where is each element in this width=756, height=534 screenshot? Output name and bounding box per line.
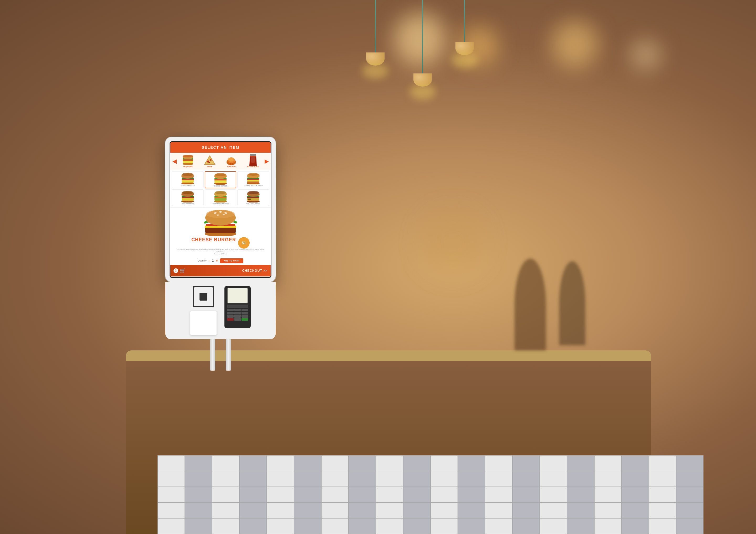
counter-tile [239, 518, 267, 534]
svg-point-24 [182, 173, 194, 176]
counter-tile [267, 471, 294, 487]
key-8[interactable] [234, 315, 241, 318]
category-chicken[interactable]: CHICKEN [222, 155, 240, 167]
counter-tile [649, 455, 676, 471]
pizza-icon [203, 155, 216, 165]
prev-category-button[interactable]: ◀ [172, 158, 177, 165]
counter-tile [212, 502, 239, 518]
key-6[interactable] [241, 312, 248, 315]
hanging-lamp [410, 0, 436, 100]
menu-item-cheese-burger[interactable]: CHEESE BURGER [205, 171, 236, 188]
counter-tile [540, 502, 567, 518]
svg-point-8 [207, 161, 209, 163]
counter-tile [157, 471, 185, 487]
next-category-button[interactable]: ▶ [263, 158, 270, 165]
person-silhouette [515, 259, 546, 350]
counter-tile [157, 487, 185, 502]
key-0[interactable] [234, 318, 241, 321]
counter-tile [485, 502, 512, 518]
key-4[interactable] [227, 312, 234, 315]
menu-item-name: GRILLED BURGER [246, 203, 260, 205]
counter-tile [512, 455, 540, 471]
menu-item-chicken-burger[interactable]: CHICKEN BURGER [172, 171, 204, 188]
counter-tile [185, 471, 212, 487]
menu-item-double-patty[interactable]: DOUBLE PATTY BURGER [237, 171, 269, 188]
key-cancel[interactable] [227, 318, 234, 321]
counter-tile [349, 487, 376, 502]
key-1[interactable] [227, 309, 234, 311]
key-5[interactable] [234, 312, 241, 315]
counter-tile [185, 518, 212, 534]
key-9[interactable] [241, 315, 248, 318]
counter-tile [622, 487, 649, 502]
key-2[interactable] [234, 309, 241, 311]
counter-tile [212, 518, 239, 534]
counter-tile [458, 455, 485, 471]
counter-tile [403, 455, 430, 471]
category-beverages[interactable]: BEVERAGES [244, 155, 262, 167]
counter-tile [294, 471, 321, 487]
menu-item-name: CHEESE BURGER [214, 185, 227, 187]
quantity-section: Quantity - 1 + ADD TO CART [170, 257, 271, 265]
counter-tile [676, 502, 704, 518]
counter-tile [649, 502, 676, 518]
menu-item-name: VEGETARIAN BURGER [212, 203, 229, 205]
counter-tile [676, 518, 704, 534]
stand-pole-left [210, 339, 215, 370]
featured-price: $1 [238, 237, 250, 249]
counter-tile [622, 502, 649, 518]
counter-tile [676, 487, 704, 502]
hanging-lamp [451, 0, 478, 68]
kiosk: SELECT AN ITEM ◀ [165, 137, 276, 370]
counter-tile [376, 471, 403, 487]
svg-point-49 [215, 191, 226, 194]
corner-tl [193, 286, 198, 292]
svg-rect-15 [231, 163, 233, 165]
menu-item-grilled[interactable]: GRILLED BURGER [237, 190, 269, 206]
counter-tile [157, 518, 185, 534]
counter-tile [294, 502, 321, 518]
svg-point-0 [183, 163, 193, 165]
counter-tile [649, 487, 676, 502]
checkout-bar[interactable]: 2 🛒 CHECKOUT >> [170, 265, 271, 276]
counter-tile [185, 487, 212, 502]
counter-tile [594, 487, 622, 502]
counter-tile [567, 518, 594, 534]
corner-bl [193, 302, 198, 307]
svg-point-43 [182, 191, 194, 194]
svg-point-30 [215, 173, 226, 176]
background [0, 0, 756, 534]
chicken-icon [225, 155, 238, 165]
category-pizza[interactable]: PIZZA [201, 155, 219, 167]
counter-tile [567, 455, 594, 471]
pizza-label: PIZZA [207, 166, 212, 167]
add-to-cart-button[interactable]: ADD TO CART [220, 258, 243, 263]
counter-tile [239, 487, 267, 502]
terminal-card-slot [227, 304, 248, 308]
svg-rect-32 [247, 181, 259, 183]
counter-tile [567, 487, 594, 502]
counter-tile [567, 502, 594, 518]
screen-title: SELECT AN ITEM [202, 145, 239, 149]
key-enter[interactable] [241, 318, 248, 321]
featured-burger-image [202, 210, 239, 236]
counter-tile [540, 471, 567, 487]
counter-tile [321, 455, 349, 471]
key-3[interactable] [241, 309, 248, 311]
cart-info: 2 🛒 [174, 268, 186, 273]
payment-terminal [225, 286, 251, 328]
quantity-plus-button[interactable]: + [216, 259, 218, 263]
counter-tile [267, 487, 294, 502]
counter-tile [349, 471, 376, 487]
counter-tile [622, 455, 649, 471]
key-7[interactable] [227, 315, 234, 318]
counter-tile [294, 455, 321, 471]
menu-item-vegetarian[interactable]: VEGETARIAN BURGER [205, 190, 236, 206]
counter-tile [267, 455, 294, 471]
menu-item-angus[interactable]: ANGUS BURGER [172, 190, 204, 206]
svg-point-13 [228, 157, 234, 162]
quantity-minus-button[interactable]: - [209, 259, 210, 263]
counter-tile [403, 502, 430, 518]
counter-tile [267, 502, 294, 518]
category-burgers[interactable]: BURGERS [179, 155, 197, 167]
